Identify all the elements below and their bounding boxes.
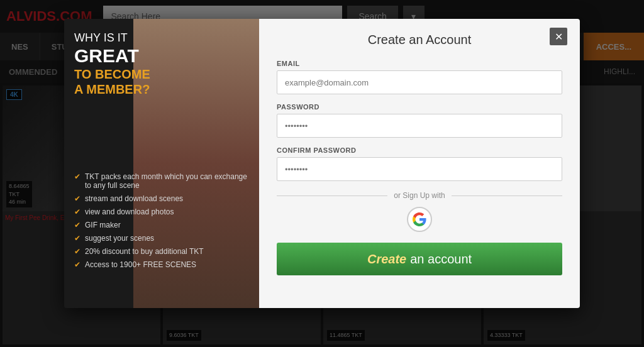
- email-input[interactable]: [277, 70, 562, 94]
- modal-title: Create an Account: [368, 33, 472, 47]
- benefit-item-4: suggest your scenes: [74, 234, 249, 243]
- why-great: GREAT: [74, 47, 249, 65]
- modal-header: Create an Account ✕: [277, 33, 562, 47]
- google-icon: [407, 207, 432, 232]
- benefit-list: TKT packs each month which you can excha…: [74, 172, 249, 269]
- password-label: PASSWORD: [277, 103, 562, 111]
- create-account-button[interactable]: Create an account: [277, 243, 562, 275]
- modal-overlay: WHY IS IT GREAT TO BECOMEA MEMBER? TKT p…: [0, 0, 644, 347]
- create-btn-italic: Create: [367, 252, 406, 267]
- benefit-item-0: TKT packs each month which you can excha…: [74, 172, 249, 190]
- email-label: EMAIL: [277, 60, 562, 67]
- divider-row: or Sign Up with: [277, 191, 562, 200]
- create-btn-normal: an account: [410, 252, 472, 267]
- benefit-item-6: Access to 1900+ FREE SCENES: [74, 260, 249, 269]
- modal-close-button[interactable]: ✕: [550, 28, 567, 45]
- modal-left-panel: WHY IS IT GREAT TO BECOMEA MEMBER? TKT p…: [64, 19, 259, 308]
- divider-line-left: [277, 196, 387, 196]
- confirm-password-label: CONFIRM PASSWORD: [277, 146, 562, 154]
- or-sign-up-text: or Sign Up with: [394, 191, 445, 200]
- benefit-item-3: GIF maker: [74, 221, 249, 229]
- benefit-item-1: stream and download scenes: [74, 194, 249, 203]
- confirm-password-input[interactable]: [277, 157, 562, 181]
- divider-line-right: [452, 196, 562, 196]
- left-content: WHY IS IT GREAT TO BECOMEA MEMBER? TKT p…: [64, 19, 259, 286]
- modal-container: WHY IS IT GREAT TO BECOMEA MEMBER? TKT p…: [64, 19, 580, 308]
- modal-right-panel: Create an Account ✕ EMAIL PASSWORD CONFI…: [259, 19, 580, 308]
- password-input[interactable]: [277, 114, 562, 138]
- benefit-item-2: view and download photos: [74, 207, 249, 216]
- benefit-item-5: 20% discount to buy additional TKT: [74, 247, 249, 256]
- why-title: WHY IS IT: [74, 31, 249, 45]
- why-become: TO BECOMEA MEMBER?: [74, 67, 249, 97]
- google-signin-button[interactable]: [402, 206, 437, 233]
